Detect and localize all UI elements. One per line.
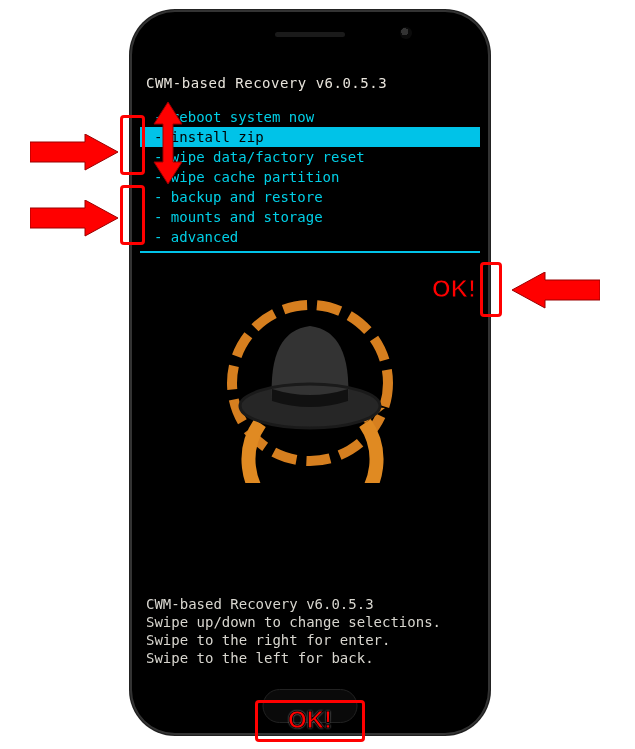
red-arrow-right-icon [30,200,120,240]
svg-marker-7 [512,272,600,308]
footer-line-2: Swipe up/down to change selections. [146,613,441,631]
menu-item-mounts[interactable]: mounts and storage [140,207,480,227]
volume-down-button-highlight [120,185,145,245]
volume-up-button-highlight [120,115,145,175]
red-arrow-right-icon [30,134,120,174]
menu-divider [140,251,480,253]
red-double-arrow-icon [148,102,188,184]
menu-item-reboot[interactable]: reboot system now [140,107,480,127]
svg-marker-6 [30,200,118,236]
front-camera [400,27,412,39]
recovery-menu: reboot system now install zip wipe data/… [140,107,480,247]
red-arrow-left-icon [510,272,600,312]
footer-line-3: Swipe to the right for enter. [146,631,441,649]
footer-line-1: CWM-based Recovery v6.0.5.3 [146,595,441,613]
svg-marker-4 [30,134,118,170]
phone-screen: CWM-based Recovery v6.0.5.3 reboot syste… [140,65,480,675]
menu-item-wipe-cache[interactable]: wipe cache partition [140,167,480,187]
menu-item-advanced[interactable]: advanced [140,227,480,247]
ok-label-power: OK! [432,275,476,303]
recovery-title: CWM-based Recovery v6.0.5.3 [140,75,480,91]
recovery-footer: CWM-based Recovery v6.0.5.3 Swipe up/dow… [146,595,441,667]
svg-marker-5 [154,102,182,184]
clockworkmod-hat-icon [140,283,480,486]
power-button-highlight [480,262,502,317]
ok-label-home: OK! [288,706,332,734]
menu-item-install-zip[interactable]: install zip [140,127,480,147]
footer-line-4: Swipe to the left for back. [146,649,441,667]
menu-item-backup[interactable]: backup and restore [140,187,480,207]
menu-item-wipe-data[interactable]: wipe data/factory reset [140,147,480,167]
